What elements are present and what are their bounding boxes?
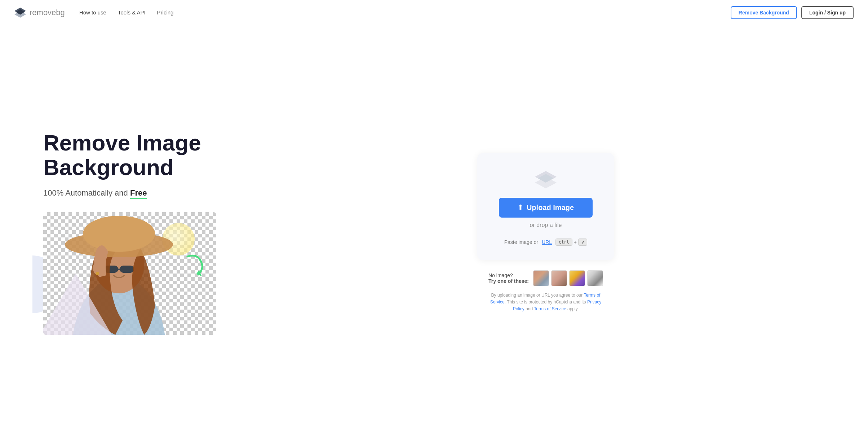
drop-file-label: or drop a file [530, 222, 562, 228]
logo-icon [14, 7, 26, 18]
sample-thumb-2[interactable] [551, 270, 567, 286]
arrow-decoration [184, 249, 213, 280]
remove-background-button[interactable]: Remove Background [731, 6, 797, 19]
navbar-left: removebg How to use Tools & API Pricing [14, 7, 173, 18]
keyboard-shortcut: ctrl + v [555, 239, 587, 246]
svg-point-10 [83, 216, 155, 252]
sample-images-row: No image? Try one of these: [488, 270, 603, 286]
hero-image-wrapper [43, 212, 231, 335]
arrow-icon [184, 249, 213, 278]
login-signup-button[interactable]: Login / Sign up [801, 6, 854, 19]
upload-arrow-icon: ⬆ [518, 204, 523, 211]
nav-link-how-to-use[interactable]: How to use [79, 9, 106, 16]
triangle-decor [43, 274, 112, 335]
card-logo-icon [535, 171, 557, 189]
tos-text: By uploading an image or URL you agree t… [484, 292, 607, 313]
sample-thumb-1[interactable] [533, 270, 549, 286]
hero-title: Remove Image Background [43, 131, 231, 180]
kbd-plus: + [574, 239, 577, 245]
navbar: removebg How to use Tools & API Pricing … [0, 0, 868, 25]
upload-card: ⬆ Upload Image or drop a file Paste imag… [477, 153, 614, 260]
nav-links: How to use Tools & API Pricing [79, 9, 174, 16]
paste-label: Paste image or [504, 239, 538, 245]
sample-thumb-4[interactable] [587, 270, 603, 286]
upload-image-button[interactable]: ⬆ Upload Image [499, 198, 593, 218]
kbd-v: v [578, 239, 587, 246]
url-link[interactable]: URL [542, 239, 552, 245]
hero-section: Remove Image Background 100% Automatical… [0, 25, 868, 433]
nav-link-pricing[interactable]: Pricing [157, 9, 174, 16]
kbd-ctrl: ctrl [555, 239, 572, 246]
hero-subtitle: 100% Automatically and Free [43, 188, 231, 198]
svg-rect-7 [120, 266, 134, 273]
paste-row: Paste image or URL ctrl + v [504, 239, 588, 246]
sample-thumbs [533, 270, 603, 286]
nav-link-tools-api[interactable]: Tools & API [118, 9, 146, 16]
sample-thumb-3[interactable] [569, 270, 585, 286]
logo-text: removebg [30, 8, 65, 17]
navbar-right: Remove Background Login / Sign up [731, 6, 854, 19]
logo[interactable]: removebg [14, 7, 65, 18]
tos-link-3[interactable]: Terms of Service [534, 306, 566, 311]
hero-right: ⬆ Upload Image or drop a file Paste imag… [231, 153, 839, 313]
no-image-label: No image? Try one of these: [488, 272, 529, 284]
hero-left: Remove Image Background 100% Automatical… [43, 131, 231, 335]
